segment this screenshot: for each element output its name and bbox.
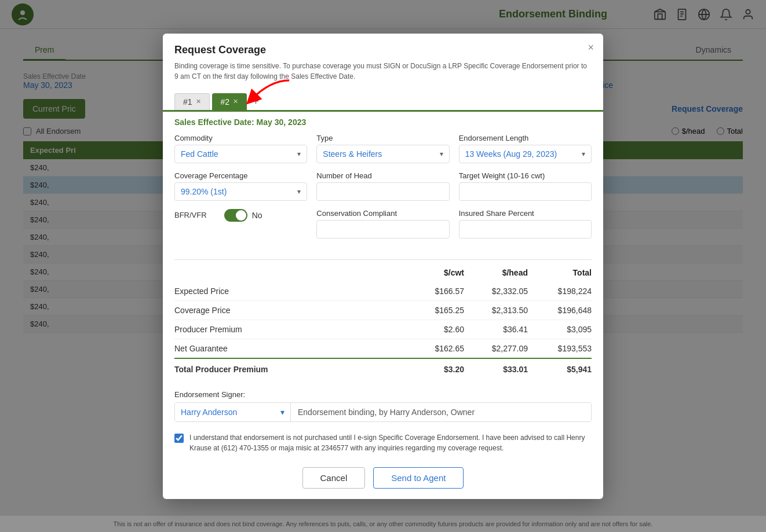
endorsement-chevron-icon: ▾ [582,150,585,158]
coverage-percentage-label: Coverage Percentage [174,171,307,180]
tab-1-close-icon[interactable]: ✕ [196,98,201,105]
disclaimer-checkbox[interactable] [174,434,184,443]
pricing-data-row: Producer Premium $2.60 $36.41 $3,095 [174,320,592,339]
pricing-row-per-head: $2,332.05 [464,287,528,296]
pricing-data-row: Expected Price $166.57 $2,332.05 $198,22… [174,282,592,301]
endorsement-length-label: Endorsement Length [459,134,592,142]
tab-2-close-icon[interactable]: ✕ [233,98,238,105]
pricing-row-label: Producer Premium [174,325,400,334]
disclaimer-text: I understand that endorsement is not pur… [189,432,592,453]
pricing-col-0 [174,268,400,277]
modal-tab-1[interactable]: #1 ✕ [174,93,210,110]
signer-input-row: Harry Anderson ▾ Endorsement binding, by… [174,402,592,422]
pricing-row-total: $198,224 [528,287,592,296]
bfr-toggle-text: No [252,211,262,220]
modal-title: Request Coverage [174,44,592,56]
total-row-label: Total Producer Premium [174,365,400,374]
number-of-head-label: Number of Head [316,171,449,180]
form-row-2: Coverage Percentage 99.20% (1st) ▾ Numbe… [174,171,592,201]
pricing-row-total: $193,553 [528,344,592,353]
total-row-per-head: $33.01 [464,365,528,374]
signer-select[interactable]: Harry Anderson ▾ [175,403,291,421]
modal-tab-2[interactable]: #2 ✕ [212,93,247,110]
toggle-knob [236,210,246,221]
bfr-vfr-group: BFR/VFR No [174,209,307,230]
pricing-col-total: Total [528,268,592,277]
commodity-select[interactable]: Fed Cattle ▾ [174,145,307,163]
conservation-label: Conservation Compliant [316,209,449,218]
total-row-cwt: $3.20 [400,365,464,374]
pricing-total-row: Total Producer Premium $3.20 $33.01 $5,9… [174,359,592,379]
target-weight-group: Target Weight (10-16 cwt) 14.00 [459,171,592,201]
pricing-row-cwt: $162.65 [400,344,464,353]
target-weight-input[interactable]: 14.00 [459,182,592,201]
pricing-row-per-head: $36.41 [464,325,528,334]
pricing-data-row: Net Guarantee $162.65 $2,277.09 $193,553 [174,339,592,359]
modal-overlay: Request Coverage Binding coverage is tim… [0,0,766,532]
modal-subtitle: Binding coverage is time sensitive. To p… [174,61,592,82]
pricing-rows: Expected Price $166.57 $2,332.05 $198,22… [174,282,592,359]
pricing-row-cwt: $165.25 [400,306,464,315]
pricing-row-label: Net Guarantee [174,344,400,353]
insured-share-group: Insured Share Percent 100 [459,209,592,239]
type-group: Type Steers & Heifers ▾ [316,134,449,163]
pricing-row-total: $196,648 [528,306,592,315]
total-row-total: $5,941 [528,365,592,374]
signer-chevron-icon: ▾ [280,408,284,417]
pricing-row-per-head: $2,277.09 [464,344,528,353]
modal-tab-add-button[interactable]: + [249,96,262,108]
insured-share-input[interactable]: 100 [459,220,592,239]
endorsement-length-select[interactable]: 13 Weeks (Aug 29, 2023) ▾ [459,145,592,163]
form-row-3: BFR/VFR No Conservation Compliant 100 [174,209,592,239]
endorsement-length-group: Endorsement Length 13 Weeks (Aug 29, 202… [459,134,592,163]
disclaimer-section: I understand that endorsement is not pur… [163,428,603,461]
modal-header: Request Coverage Binding coverage is tim… [163,34,603,87]
pricing-table: $/cwt $/head Total Expected Price $166.5… [174,259,592,379]
conservation-group: Conservation Compliant 100 [316,209,449,239]
sales-effective-date: Sales Effective Date: May 30, 2023 [163,112,603,130]
bfr-toggle[interactable] [224,209,247,222]
signer-section: Endorsement Signer: Harry Anderson ▾ End… [163,384,603,428]
pricing-row-per-head: $2,313.50 [464,306,528,315]
modal: Request Coverage Binding coverage is tim… [163,34,603,499]
pricing-col-per-head: $/head [464,268,528,277]
bfr-toggle-container: No [224,209,262,222]
bfr-row: BFR/VFR No [174,209,307,222]
target-weight-label: Target Weight (10-16 cwt) [459,171,592,180]
coverage-percentage-select[interactable]: 99.20% (1st) ▾ [174,182,307,201]
insured-share-label: Insured Share Percent [459,209,592,218]
pricing-row-label: Expected Price [174,287,400,296]
send-to-agent-button[interactable]: Send to Agent [373,467,464,489]
pricing-row-cwt: $2.60 [400,325,464,334]
pricing-header: $/cwt $/head Total [174,266,592,282]
number-of-head-group: Number of Head 85 [316,171,449,201]
cancel-button[interactable]: Cancel [302,467,366,489]
modal-close-button[interactable]: × [588,42,594,54]
coverage-pct-chevron-icon: ▾ [297,188,301,196]
type-select[interactable]: Steers & Heifers ▾ [316,145,449,163]
modal-form: Commodity Fed Cattle ▾ Type Steers & Hei… [163,130,603,255]
bfr-vfr-label: BFR/VFR [174,211,207,219]
coverage-percentage-group: Coverage Percentage 99.20% (1st) ▾ [174,171,307,201]
pricing-row-cwt: $166.57 [400,287,464,296]
pricing-data-row: Coverage Price $165.25 $2,313.50 $196,64… [174,301,592,320]
number-of-head-input[interactable]: 85 [316,182,449,201]
commodity-label: Commodity [174,134,307,142]
commodity-chevron-icon: ▾ [297,150,301,158]
type-label: Type [316,134,449,142]
modal-actions: Cancel Send to Agent [163,461,603,499]
pricing-col-cwt: $/cwt [400,268,464,277]
pricing-row-total: $3,095 [528,325,592,334]
pricing-row-label: Coverage Price [174,306,400,315]
modal-tabs-container: #1 ✕ #2 ✕ + [163,87,603,112]
conservation-input[interactable]: 100 [316,220,449,239]
type-chevron-icon: ▾ [440,150,443,158]
commodity-group: Commodity Fed Cattle ▾ [174,134,307,163]
form-row-1: Commodity Fed Cattle ▾ Type Steers & Hei… [174,134,592,163]
signer-label: Endorsement Signer: [174,390,592,399]
signer-binding-text: Endorsement binding, by Harry Anderson, … [291,403,591,421]
